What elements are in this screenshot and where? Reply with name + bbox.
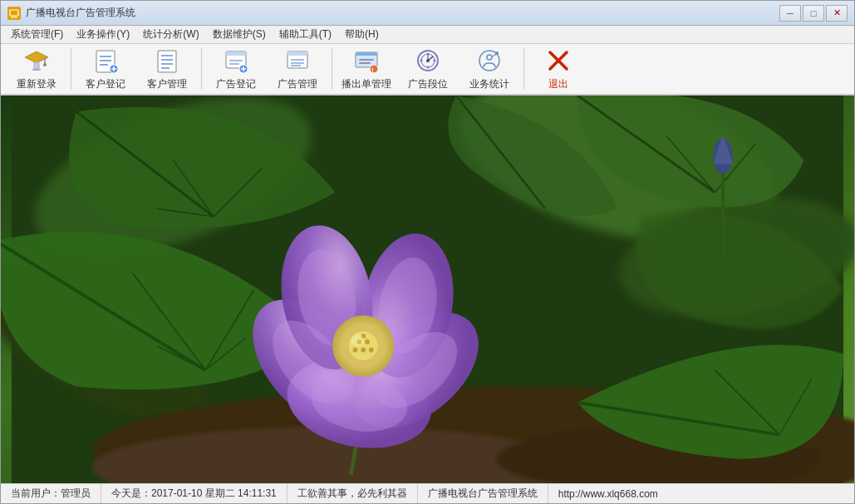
svg-rect-22	[226, 51, 246, 56]
window-controls: ─ □ ✕	[779, 5, 848, 22]
restore-button[interactable]: □	[803, 5, 824, 22]
svg-rect-16	[158, 51, 176, 72]
ad-register-icon	[223, 47, 249, 74]
menu-system[interactable]: 系统管理(F)	[4, 26, 70, 43]
separator-2	[201, 48, 202, 90]
separator-3	[332, 48, 332, 90]
biz-stats-icon	[476, 47, 503, 74]
menu-bar: 系统管理(F) 业务操作(Y) 统计分析(W) 数据维护(S) 辅助工具(T) …	[1, 26, 854, 44]
svg-point-44	[420, 59, 423, 61]
window-title: 广播电视台广告管理系统	[26, 6, 779, 20]
menu-data[interactable]: 数据维护(S)	[206, 26, 273, 43]
ad-slot-button[interactable]: 广告段位	[399, 46, 457, 91]
svg-point-98	[351, 334, 365, 347]
status-bar: 当前用户：管理员 今天是：2017-01-10 星期二 14:11:31 工欲善…	[1, 483, 854, 503]
svg-rect-29	[287, 51, 307, 56]
ad-slot-label: 广告段位	[408, 77, 448, 91]
minimize-button[interactable]: ─	[779, 5, 801, 22]
svg-rect-5	[34, 62, 39, 69]
ad-register-button[interactable]: 广告登记	[207, 46, 265, 91]
menu-tools[interactable]: 辅助工具(T)	[273, 26, 338, 43]
svg-point-51	[495, 51, 499, 55]
customer-register-label: 客户登记	[86, 77, 125, 91]
system-name: 广播电视台广告管理系统	[418, 484, 548, 503]
broadcast-button[interactable]: ! 播出单管理	[337, 46, 396, 91]
website: http://www.xlq668.com	[548, 484, 668, 503]
ad-slot-icon	[415, 47, 441, 74]
separator-1	[71, 48, 71, 90]
svg-point-95	[353, 348, 358, 353]
ad-manage-icon	[284, 47, 311, 74]
svg-point-8	[43, 63, 47, 66]
app-icon	[7, 7, 21, 20]
svg-line-46	[428, 56, 433, 61]
exit-icon	[545, 47, 572, 74]
svg-point-49	[487, 55, 492, 60]
customer-manage-label: 客户管理	[147, 77, 187, 91]
relogin-label: 重新登录	[17, 77, 57, 91]
svg-rect-34	[356, 52, 377, 56]
ad-register-label: 广告登记	[216, 77, 256, 91]
svg-rect-35	[359, 59, 374, 61]
svg-text:!: !	[371, 66, 374, 74]
menu-help[interactable]: 帮助(H)	[338, 26, 386, 43]
broadcast-label: 播出单管理	[342, 77, 391, 91]
graduation-icon	[23, 47, 50, 74]
motto: 工欲善其事，必先利其器	[287, 484, 418, 503]
biz-stats-button[interactable]: 业务统计	[460, 46, 518, 91]
ad-manage-label: 广告管理	[278, 77, 317, 91]
customer-manage-icon	[154, 47, 180, 74]
svg-point-93	[365, 340, 370, 345]
customer-register-icon	[92, 47, 119, 74]
svg-rect-36	[359, 62, 371, 64]
svg-point-96	[369, 348, 374, 353]
svg-point-94	[361, 348, 366, 353]
svg-line-50	[493, 54, 496, 56]
menu-business[interactable]: 业务操作(Y)	[70, 26, 136, 43]
svg-point-42	[434, 59, 436, 61]
main-content	[1, 95, 854, 483]
exit-label: 退出	[548, 77, 568, 91]
current-user: 当前用户：管理员	[7, 484, 101, 503]
biz-stats-label: 业务统计	[469, 77, 509, 91]
current-date: 今天是：2017-01-10 星期二 14:11:31	[101, 484, 287, 503]
exit-button[interactable]: 退出	[529, 46, 587, 91]
separator-4	[523, 48, 524, 90]
toolbar: 重新登录 客户登记	[1, 44, 854, 95]
broadcast-icon: !	[353, 47, 380, 74]
svg-rect-6	[32, 69, 41, 71]
menu-stats[interactable]: 统计分析(W)	[136, 26, 205, 43]
relogin-button[interactable]: 重新登录	[7, 46, 66, 91]
svg-point-43	[427, 66, 430, 68]
ad-manage-button[interactable]: 广告管理	[268, 46, 327, 91]
title-bar: 广播电视台广告管理系统 ─ □ ✕	[1, 1, 854, 26]
customer-manage-button[interactable]: 客户管理	[138, 46, 196, 91]
customer-register-button[interactable]: 客户登记	[76, 46, 135, 91]
svg-rect-0	[10, 10, 18, 16]
background-image	[1, 95, 854, 483]
close-button[interactable]: ✕	[826, 5, 848, 22]
main-window: 广播电视台广告管理系统 ─ □ ✕ 系统管理(F) 业务操作(Y) 统计分析(W…	[0, 0, 855, 504]
